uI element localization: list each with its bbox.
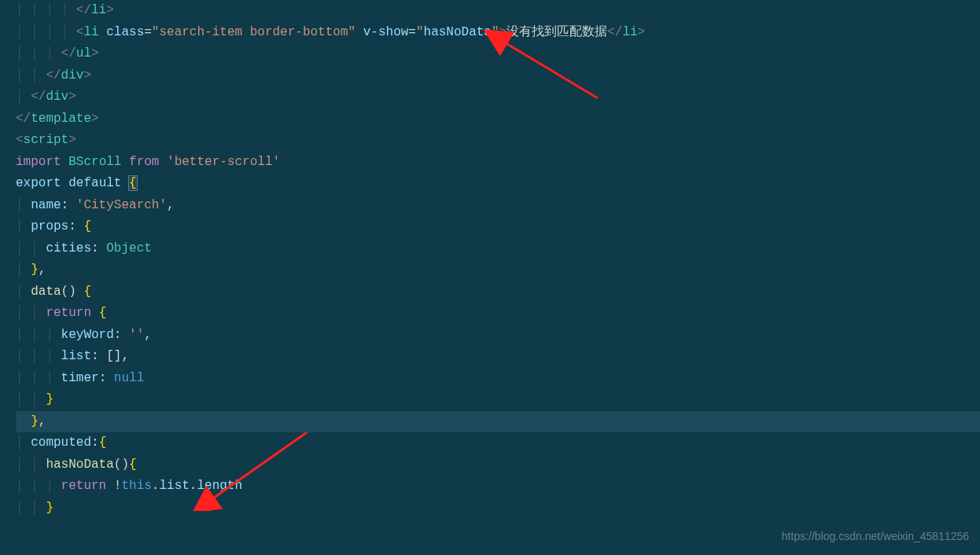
- indent-guide: │ │ │ │: [16, 3, 76, 17]
- indent-guide: │: [16, 436, 31, 450]
- code-line[interactable]: </template>: [16, 108, 980, 130]
- code-token: [356, 25, 363, 39]
- code-line[interactable]: <script>: [16, 130, 980, 152]
- code-token: '': [129, 328, 144, 342]
- indent-guide: │ │ │: [16, 46, 61, 61]
- code-token: length: [197, 479, 242, 493]
- code-line[interactable]: │ │ }: [16, 389, 980, 411]
- code-line[interactable]: │ },: [16, 411, 980, 433]
- code-token: return: [61, 479, 107, 493]
- code-token: :: [91, 241, 106, 255]
- code-token: }: [31, 263, 39, 277]
- code-token: hasNoData: [424, 25, 492, 39]
- indent-guide: │: [16, 90, 31, 104]
- code-line[interactable]: │ │ │ keyWord: '',: [16, 325, 980, 347]
- code-line[interactable]: │ │ │ return !this.list.length: [16, 476, 980, 498]
- code-token: div: [61, 68, 84, 83]
- code-token: template: [31, 112, 91, 126]
- indent-guide: │ │ │: [16, 328, 61, 342]
- indent-guide: │ │: [16, 501, 46, 515]
- code-line[interactable]: │ │ │ list: [],: [16, 346, 980, 368]
- code-token: props: [31, 219, 68, 233]
- code-editor[interactable]: │ │ │ │ </li>│ │ │ │ <li class="search-i…: [0, 0, 980, 519]
- code-token: return: [46, 306, 91, 320]
- code-token: v-show: [363, 25, 409, 39]
- code-line[interactable]: │ computed:{: [16, 432, 980, 454]
- code-token: ,: [167, 198, 175, 212]
- code-token: >: [91, 46, 99, 61]
- indent-guide: │: [16, 198, 31, 212]
- code-token: .: [152, 479, 160, 493]
- code-line[interactable]: │ },: [16, 259, 980, 281]
- code-token: !: [106, 479, 121, 493]
- indent-guide: │ │ │: [16, 371, 61, 385]
- code-token: [61, 155, 69, 169]
- code-line[interactable]: │ │ hasNoData(){: [16, 454, 980, 476]
- code-token: =: [144, 25, 152, 39]
- code-line[interactable]: │ │ cities: Object: [16, 238, 980, 260]
- code-line[interactable]: export default {: [16, 173, 980, 195]
- code-line[interactable]: │ data() {: [16, 281, 980, 303]
- code-token: (): [61, 285, 84, 299]
- indent-guide: │: [16, 414, 31, 428]
- code-token: computed: [31, 436, 91, 450]
- code-token: : []: [91, 349, 121, 363]
- code-token: :: [114, 328, 129, 342]
- code-token: >: [638, 25, 646, 39]
- code-token: list: [159, 479, 189, 493]
- code-line[interactable]: │ │ │ timer: null: [16, 368, 980, 390]
- code-line[interactable]: │ │ │ </ul>: [16, 43, 980, 65]
- code-token: [121, 176, 129, 190]
- code-line[interactable]: │ │ │ │ <li class="search-item border-bo…: [16, 22, 980, 44]
- code-token: {: [99, 436, 107, 450]
- code-line[interactable]: │ │ return {: [16, 303, 980, 325]
- code-token: script: [24, 133, 69, 147]
- code-token: </: [31, 90, 46, 104]
- code-token: default: [68, 176, 121, 190]
- code-token: >: [106, 3, 114, 17]
- code-token: 'CitySearch': [76, 198, 167, 212]
- code-token: </: [16, 112, 31, 126]
- code-token: this: [121, 479, 151, 493]
- code-line[interactable]: │ │ </div>: [16, 65, 980, 87]
- code-token: {: [83, 219, 91, 233]
- code-token: <: [76, 25, 84, 39]
- code-token: [99, 25, 107, 39]
- code-token: null: [114, 371, 144, 385]
- code-token: ": [492, 25, 499, 39]
- code-line[interactable]: import BScroll from 'better-scroll': [16, 152, 980, 174]
- code-token: data: [31, 285, 61, 299]
- indent-guide: │ │ │ │: [16, 25, 76, 39]
- code-token: </: [76, 3, 91, 17]
- code-token: [121, 155, 129, 169]
- code-line[interactable]: │ </div>: [16, 86, 980, 108]
- code-token: list: [61, 349, 91, 363]
- code-token: <: [16, 133, 24, 147]
- code-token: >: [68, 90, 76, 104]
- code-token: :: [91, 436, 99, 450]
- code-token: class: [106, 25, 144, 39]
- indent-guide: │ │: [16, 68, 46, 83]
- code-token: keyWord: [61, 328, 114, 342]
- indent-guide: │ │ │: [16, 349, 61, 363]
- code-line[interactable]: │ props: {: [16, 216, 980, 238]
- code-line[interactable]: │ │ │ │ </li>: [16, 0, 980, 22]
- code-token: [159, 155, 167, 169]
- code-token: :: [99, 371, 114, 385]
- code-token: ": [416, 25, 424, 39]
- code-token: >: [499, 25, 507, 39]
- code-line[interactable]: │ │ }: [16, 498, 980, 520]
- code-token: ,: [39, 414, 46, 428]
- code-token: .: [190, 479, 197, 493]
- code-token: >: [68, 133, 76, 147]
- code-token: </: [61, 46, 76, 61]
- code-token: import: [16, 155, 61, 169]
- code-token: div: [46, 90, 68, 104]
- code-token: ,: [121, 349, 129, 363]
- code-token: from: [129, 155, 159, 169]
- code-token: >: [83, 68, 91, 83]
- code-token: Object: [106, 241, 152, 255]
- code-token: }: [46, 501, 53, 515]
- indent-guide: │: [16, 285, 31, 299]
- code-line[interactable]: │ name: 'CitySearch',: [16, 195, 980, 217]
